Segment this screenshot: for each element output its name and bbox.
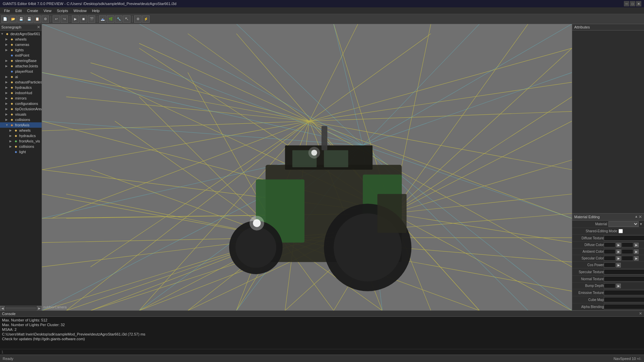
- specular-color-arrow2[interactable]: ▶: [634, 256, 639, 261]
- scenegraph-close-btn[interactable]: ✕: [37, 25, 40, 29]
- node-icon-hydraulics: ◆: [9, 85, 14, 90]
- expand-icon-hydraulics: ▶: [5, 86, 9, 89]
- toolbar-save[interactable]: 💾: [17, 15, 25, 23]
- diffuse-texture-input[interactable]: [604, 235, 644, 241]
- bump-depth-input[interactable]: 0: [604, 283, 615, 288]
- menu-edit[interactable]: Edit: [13, 8, 24, 13]
- toolbar-new[interactable]: 📄: [1, 15, 9, 23]
- diffuse-color-input2[interactable]: 0: [622, 242, 633, 247]
- menu-file[interactable]: File: [1, 8, 13, 13]
- tree-item-indoorHud[interactable]: ▶◆indoorHud: [0, 90, 42, 96]
- specular-texture-input[interactable]: [604, 269, 644, 275]
- menu-help[interactable]: Help: [89, 8, 102, 13]
- toolbar-btn9[interactable]: 🌿: [107, 15, 114, 23]
- toolbar-btn10[interactable]: 🔧: [115, 15, 122, 23]
- console-close-btn[interactable]: ✕: [639, 311, 642, 316]
- tree-item-cameras[interactable]: ▶◆cameras: [0, 42, 42, 47]
- toolbar-redo[interactable]: ↪: [61, 15, 68, 23]
- ambient-color-input2[interactable]: 0: [622, 249, 633, 254]
- console-input-row: 1: [0, 349, 644, 355]
- menu-create[interactable]: Create: [24, 8, 41, 13]
- expand-icon-frontAxis_vis: ▶: [9, 139, 13, 143]
- tree-item-exitPoint[interactable]: ◆exitPoint: [0, 53, 42, 58]
- diffuse-color-row: Diffuse Color 0 ▶ 0 ▶: [572, 242, 644, 248]
- tree-item-playerRoot[interactable]: ◆playerRoot: [0, 69, 42, 74]
- minimize-button[interactable]: ─: [624, 1, 629, 6]
- bump-depth-arrow[interactable]: ▶: [616, 284, 621, 288]
- specular-color-arrow1[interactable]: ▶: [616, 256, 621, 261]
- toolbar-undo[interactable]: ↩: [53, 15, 60, 23]
- expand-icon-cameras: ▶: [5, 43, 9, 46]
- toolbar-settings[interactable]: ⚙: [134, 15, 142, 23]
- diffuse-color-input1[interactable]: 0: [604, 242, 615, 247]
- toolbar-btn-anim[interactable]: 🎬: [88, 15, 95, 23]
- normal-texture-label: Normal Texture: [574, 277, 604, 281]
- toolbar-open[interactable]: 📂: [9, 15, 17, 23]
- tree-item-hydraulics2[interactable]: ▶◆hydraulics: [0, 133, 42, 138]
- tree-item-hydraulics[interactable]: ▶◆hydraulics: [0, 85, 42, 90]
- tree-item-frontAxis_vis[interactable]: ▶◆frontAxis_vis: [0, 138, 42, 144]
- toolbar-play[interactable]: ▶: [72, 15, 79, 23]
- toolbar-btn6[interactable]: ⚙: [42, 15, 49, 23]
- close-button[interactable]: ✕: [636, 1, 641, 6]
- scenegraph-header: Scenegraph ✕: [0, 24, 42, 31]
- cube-map-label: Cube Map: [574, 298, 604, 302]
- ambient-color-arrow1[interactable]: ▶: [616, 249, 621, 254]
- tree-item-light[interactable]: ◆light: [0, 149, 42, 155]
- tree-item-lights[interactable]: ▶◆lights: [0, 47, 42, 53]
- specular-color-input1[interactable]: 0: [604, 256, 615, 261]
- material-editing-collapse[interactable]: ▲: [635, 215, 638, 219]
- scroll-right[interactable]: ▶: [37, 306, 42, 311]
- expand-icon-steeringBase: ▶: [5, 59, 9, 62]
- material-dropdown-icon[interactable]: ▼: [639, 222, 643, 226]
- viewport-background: [42, 24, 572, 310]
- tree-item-attacherJoints[interactable]: ▶◆attacherJoints: [0, 63, 42, 69]
- tree-item-ai[interactable]: ▶◆ai: [0, 74, 42, 79]
- tree-item-configurations[interactable]: ▶◆configurations: [0, 101, 42, 106]
- specular-color-input2[interactable]: 0: [622, 256, 633, 261]
- menu-window[interactable]: Window: [71, 8, 89, 13]
- tree-item-wheels2[interactable]: ▶◆wheels: [0, 128, 42, 133]
- tree-item-visuals[interactable]: ▶◆visuals: [0, 112, 42, 117]
- toolbar-save-as[interactable]: 💾: [25, 15, 33, 23]
- material-editing-close-btn[interactable]: ✕: [639, 215, 642, 219]
- node-icon-tipOcclusionArea: ◆: [9, 107, 14, 111]
- node-icon-collisions: ◆: [9, 117, 14, 122]
- toolbar-terrain[interactable]: 🗻: [99, 15, 106, 23]
- cos-power-input[interactable]: 20: [604, 262, 615, 267]
- tree-item-collisions[interactable]: ▶◆collisions: [0, 117, 42, 122]
- toolbar-btn5[interactable]: 📋: [34, 15, 41, 23]
- diffuse-color-arrow1[interactable]: ▶: [616, 243, 621, 247]
- tree-item-wheels[interactable]: ▶◆wheels: [0, 37, 42, 42]
- tree-item-deutzAgroStar661[interactable]: ▼◆deutzAgroStar661: [0, 31, 42, 37]
- diffuse-color-arrow2[interactable]: ▶: [634, 243, 639, 247]
- toolbar-stop[interactable]: ⏹: [80, 15, 87, 23]
- ambient-color-input1[interactable]: 0: [604, 249, 615, 254]
- menu-scripts[interactable]: Scripts: [54, 8, 71, 13]
- cos-power-arrow[interactable]: ▶: [616, 263, 621, 267]
- normal-texture-input[interactable]: [604, 276, 644, 282]
- tree-item-collisions2[interactable]: ▶◆collisions: [0, 144, 42, 149]
- titlebar-title: GIANTS Editor 64bit 7.0.0 PREVIEW - C:/U…: [3, 2, 176, 6]
- statusbar: Ready NavSpeed 10 +/-: [0, 355, 644, 362]
- menu-view[interactable]: View: [41, 8, 54, 13]
- attributes-header: Attributes: [572, 24, 644, 31]
- toolbar-btn11[interactable]: ⛏: [123, 15, 130, 23]
- tree-item-frontAxis[interactable]: ▼◆frontAxis: [0, 122, 42, 128]
- bump-depth-row: Bump Depth 0 ▶: [572, 283, 644, 289]
- shared-editing-checkbox[interactable]: [619, 229, 623, 233]
- tree-item-mirrors[interactable]: ▶◆mirrors: [0, 96, 42, 101]
- tree-item-steeringBase[interactable]: ▶◆steeringBase: [0, 58, 42, 63]
- console-input[interactable]: [6, 350, 643, 354]
- maximize-button[interactable]: □: [630, 1, 635, 6]
- cube-map-input[interactable]: [604, 297, 644, 302]
- tree-item-exhaustParticles[interactable]: ▶◆exhaustParticles: [0, 79, 42, 85]
- material-select[interactable]: [608, 221, 639, 227]
- ambient-color-arrow2[interactable]: ▶: [634, 249, 639, 254]
- scroll-left[interactable]: ◀: [0, 306, 5, 311]
- alpha-blending-input[interactable]: [604, 304, 644, 309]
- viewport[interactable]: outdoorCamera: [42, 24, 572, 310]
- tree-item-tipOcclusionArea[interactable]: ▶◆tipOcclusionArea: [0, 106, 42, 112]
- emissive-texture-input[interactable]: [604, 290, 644, 295]
- toolbar-btn13[interactable]: ⚡: [142, 15, 150, 23]
